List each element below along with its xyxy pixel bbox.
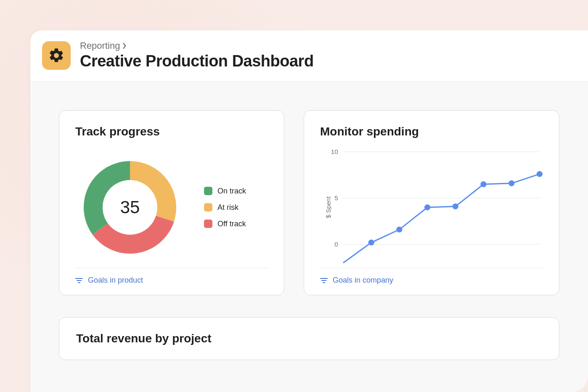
donut-chart: 35 <box>75 153 185 262</box>
filter-icon <box>320 278 328 283</box>
svg-text:5: 5 <box>334 194 338 201</box>
card-title: Monitor spending <box>320 125 543 138</box>
line-chart: $ Spent 0510 <box>320 148 543 266</box>
card-body-donut: 35 On track At risk <box>75 147 268 268</box>
gear-icon <box>48 47 65 64</box>
dashboard-body: Track progress <box>30 82 588 392</box>
legend-item-at-risk: At risk <box>204 203 246 212</box>
card-footer-filter[interactable]: Goals in product <box>75 268 268 285</box>
swatch-on-track <box>204 187 212 195</box>
filter-icon <box>75 278 83 283</box>
card-title: Total revenue by project <box>76 332 542 345</box>
dashboard-icon-tile <box>42 41 71 70</box>
donut-center-value: 35 <box>75 153 185 262</box>
legend-label: Off track <box>217 220 246 228</box>
legend-item-off-track: Off track <box>204 220 246 228</box>
card-track-progress: Track progress <box>59 110 284 295</box>
svg-point-14 <box>509 180 514 186</box>
card-row-1: Track progress <box>59 110 559 295</box>
chevron-right-icon <box>122 43 127 49</box>
svg-point-13 <box>480 181 486 187</box>
card-title: Track progress <box>75 125 268 138</box>
svg-point-15 <box>537 171 543 177</box>
donut-legend: On track At risk Off track <box>204 187 246 228</box>
breadcrumb[interactable]: Reporting <box>80 40 314 51</box>
page-header: Reporting Creative Production Dashboard <box>30 30 588 82</box>
y-axis-label: $ Spent <box>325 196 332 218</box>
card-monitor-spending: Monitor spending $ Spent 0510 Goals in c… <box>304 110 559 295</box>
card-body-linechart: $ Spent 0510 <box>320 147 543 268</box>
svg-point-10 <box>396 227 402 233</box>
card-total-revenue: Total revenue by project <box>59 317 559 360</box>
legend-label: On track <box>217 187 246 196</box>
card-footer-filter[interactable]: Goals in company <box>320 268 543 285</box>
filter-label[interactable]: Goals in company <box>333 276 393 285</box>
swatch-at-risk <box>204 203 212 212</box>
page-title: Creative Production Dashboard <box>80 52 314 70</box>
svg-point-9 <box>368 240 374 246</box>
svg-text:10: 10 <box>331 148 338 155</box>
svg-text:0: 0 <box>334 241 338 248</box>
svg-point-12 <box>453 204 458 209</box>
swatch-off-track <box>204 220 212 228</box>
legend-item-on-track: On track <box>204 187 246 196</box>
legend-label: At risk <box>217 203 238 212</box>
breadcrumb-parent[interactable]: Reporting <box>80 40 120 51</box>
filter-label[interactable]: Goals in product <box>88 276 143 285</box>
dashboard-window: Reporting Creative Production Dashboard … <box>30 30 588 392</box>
header-text-block: Reporting Creative Production Dashboard <box>80 40 314 70</box>
svg-point-11 <box>424 204 430 210</box>
